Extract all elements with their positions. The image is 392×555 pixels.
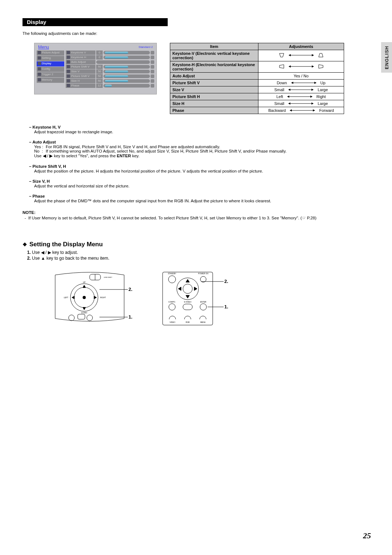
note-heading: NOTE: — [23, 210, 372, 215]
table-row: Auto AdjustYes / No — [170, 73, 344, 80]
table-row: Keystone-V (Electronic vertical keystone… — [170, 50, 344, 61]
osd-menu-screenshot: Menu Standard 2 Picture AdjustSettingDis… — [34, 43, 157, 94]
table-row: PhaseBackwardForward — [170, 107, 344, 114]
definition-body: Adjust the position of the picture. H ad… — [34, 169, 372, 173]
remote-illustration: STANDBY POWER ON COMPO. S-VIDEO ENTER VI… — [160, 271, 226, 326]
osd-left-item: Display — [37, 61, 64, 66]
definition-body: Yes :For RGB IN signal, Picture Shift V … — [34, 145, 372, 158]
table-header-item: Item — [170, 43, 258, 50]
language-tab: ENGLISH — [381, 42, 392, 73]
table-header-adj: Adjustments — [258, 43, 344, 50]
svg-text:LEFT: LEFT — [64, 296, 68, 299]
definitions: – Keystone H, VAdjust trapezoid image to… — [29, 125, 372, 203]
adjustments-table: Item Adjustments Keystone-V (Electronic … — [170, 43, 344, 114]
osd-right-row: Picture Shift V50 — [66, 65, 154, 69]
svg-text:RGB: RGB — [186, 321, 190, 323]
section-title-bar: Display — [23, 18, 168, 26]
definition-title: – Phase — [29, 194, 372, 198]
table-row: Picture Shift HLeftRight — [170, 93, 344, 100]
svg-marker-0 — [279, 53, 284, 57]
osd-left-item: Picture Adjust — [37, 50, 64, 56]
definition-title: – Auto Adjust — [29, 140, 372, 144]
step-item: Use ▲ key to go back to the menu item. — [32, 255, 372, 261]
intro-text: The following adjustments can be made: — [23, 31, 372, 36]
note-item: If User Memory is set to default, Pictur… — [28, 215, 372, 220]
svg-text:VIDEO: VIDEO — [170, 321, 175, 323]
definition-title: – Keystone H, V — [29, 125, 372, 129]
top-panel-illustration: UP DOWN LEFT RIGHT LENS SHIFT 2. 1. — [52, 271, 131, 326]
definition-body: Adjust the vertical and horizontal size … — [34, 184, 372, 188]
svg-text:DOWN: DOWN — [81, 312, 87, 314]
table-row: Picture Shift VDownUp — [170, 80, 344, 86]
svg-text:STANDBY: STANDBY — [168, 272, 176, 275]
language-label: ENGLISH — [384, 46, 389, 69]
svg-text:S-VIDEO: S-VIDEO — [184, 301, 192, 303]
svg-text:UP: UP — [83, 281, 86, 283]
table-row: Keystone-H (Electronic horizontal keysto… — [170, 61, 344, 73]
definition-body: Adjust the phase of the DMD™ dots and th… — [34, 199, 372, 203]
osd-left-item: Config — [37, 67, 64, 72]
svg-marker-2 — [319, 53, 323, 57]
definition-title: – Size V, H — [29, 179, 372, 183]
osd-menu-mode: Standard 2 — [139, 45, 153, 49]
osd-right-row: Size H50 — [66, 79, 154, 83]
table-row: Size VSmallLarge — [170, 86, 344, 93]
osd-left-item: Setting — [37, 56, 64, 61]
definition-body: Adjust trapezoid image to rectangle imag… — [34, 130, 372, 134]
svg-marker-3 — [279, 65, 284, 68]
table-row: Size HSmallLarge — [170, 100, 344, 107]
page-number: 25 — [363, 531, 371, 540]
osd-left-item: Trigger 2 — [37, 72, 64, 77]
osd-menu-title: Menu — [38, 45, 49, 50]
note-list: If User Memory is set to default, Pictur… — [23, 215, 372, 220]
diamond-icon: ❖ — [23, 242, 27, 247]
svg-point-15 — [83, 296, 86, 299]
subheading: ❖Setting the Display Menu — [23, 241, 372, 248]
definition-title: – Picture Shift V, H — [29, 164, 372, 169]
osd-right-row: Keystone H0 — [66, 55, 154, 60]
svg-text:COMPO.: COMPO. — [168, 301, 176, 303]
osd-right-row: Phase12 — [66, 84, 154, 88]
osd-right-row: Picture Shift V50 — [66, 74, 154, 78]
svg-marker-5 — [319, 65, 323, 68]
steps-list: Use ◀ / ▶ key to adjust.Use ▲ key to go … — [24, 250, 372, 261]
osd-right-row: Keystone V0 — [66, 50, 154, 55]
osd-right-row: Size V50 — [66, 69, 154, 74]
osd-left-item: Memory — [37, 78, 64, 83]
osd-right-row: Auto Adjust — [66, 60, 154, 64]
section-title: Display — [27, 19, 46, 25]
step-item: Use ◀ / ▶ key to adjust. — [32, 250, 372, 255]
page: ENGLISH Display The following adjustment… — [0, 0, 392, 555]
